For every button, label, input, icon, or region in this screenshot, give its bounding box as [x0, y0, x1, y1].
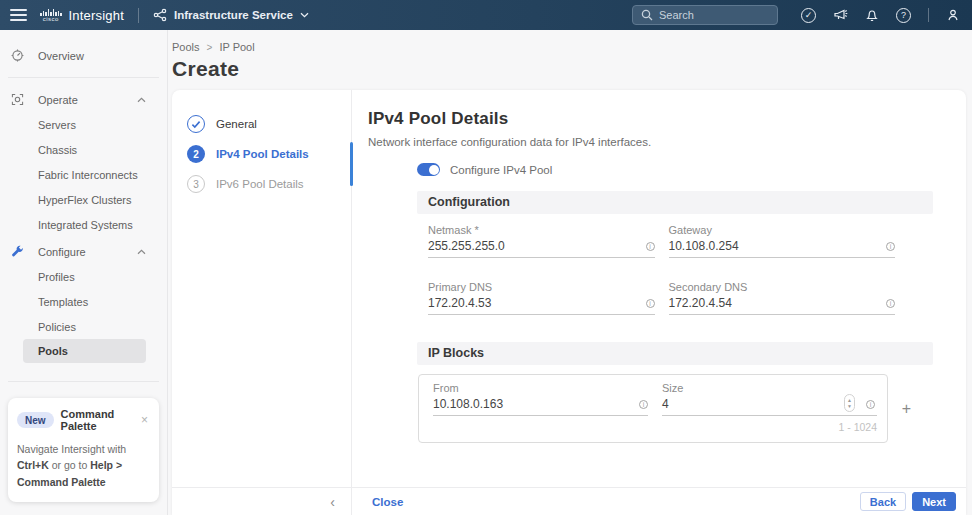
sidebar-section-label: Configure [28, 246, 137, 258]
content-area: Pools > IP Pool Create General 2 [168, 30, 972, 515]
step-ipv4-pool-details[interactable]: 2 IPv4 Pool Details [172, 139, 351, 169]
chevron-up-icon [137, 249, 146, 255]
sidebar-divider [8, 77, 159, 78]
page-title: Create [172, 57, 972, 81]
field-label: From [433, 382, 648, 394]
toggle-label: Configure IPv4 Pool [450, 164, 552, 176]
hamburger-menu-icon[interactable] [10, 9, 27, 21]
sidebar-item-templates[interactable]: Templates [0, 289, 167, 314]
from-field: From 10.108.0.163 i [433, 382, 648, 416]
configure-wrench-icon [0, 245, 28, 258]
megaphone-icon[interactable] [833, 8, 848, 22]
sidebar-item-integrated-systems[interactable]: Integrated Systems [0, 212, 167, 237]
step-ipv6-pool-details[interactable]: 3 IPv6 Pool Details [172, 169, 351, 199]
secondary-dns-field: Secondary DNS 172.20.4.54 i [669, 281, 896, 315]
search-input[interactable] [659, 9, 769, 21]
help-icon[interactable]: ? [896, 8, 911, 23]
sidebar-item-pools[interactable]: Pools [23, 339, 146, 363]
info-icon[interactable]: i [639, 396, 648, 410]
user-icon[interactable] [946, 8, 960, 22]
primary-dns-field: Primary DNS 172.20.4.53 i [428, 281, 655, 315]
cisco-logo-text: cisco [43, 16, 59, 22]
step-subheading: Network interface configuration data for… [368, 136, 966, 148]
ip-block-row: From 10.108.0.163 i Size 4 ▲▼ i 1 - 1024 [418, 374, 888, 443]
netmask-input[interactable]: 255.255.255.0 [428, 236, 655, 258]
wizard-steps-panel: General 2 IPv4 Pool Details 3 IPv6 Pool … [172, 90, 352, 487]
topbar-separator [138, 8, 139, 23]
sidebar-section-configure[interactable]: Configure [0, 239, 167, 264]
search-icon [641, 9, 653, 21]
breadcrumb-ip-pool[interactable]: IP Pool [219, 41, 254, 53]
toggle-knob [429, 165, 439, 175]
sidebar-section-label: Operate [28, 94, 137, 106]
info-icon[interactable]: i [886, 238, 895, 252]
from-input[interactable]: 10.108.0.163 [433, 394, 648, 416]
service-switcher[interactable]: Infrastructure Service [153, 8, 309, 22]
ip-blocks-section-header: IP Blocks [417, 342, 933, 365]
close-icon[interactable]: × [139, 415, 150, 425]
sidebar-item-profiles[interactable]: Profiles [0, 264, 167, 289]
field-label: Gateway [669, 224, 896, 236]
chevron-down-icon [300, 12, 309, 18]
primary-dns-input[interactable]: 172.20.4.53 [428, 293, 655, 315]
add-ip-block-button[interactable]: + [900, 399, 913, 419]
sidebar: Overview Operate Servers Chassis Fabric … [0, 30, 168, 515]
new-badge: New [17, 412, 54, 428]
step-general[interactable]: General [172, 109, 351, 139]
sidebar-section-operate[interactable]: Operate [0, 87, 167, 112]
operate-gear-icon [0, 93, 28, 106]
info-icon[interactable]: i [866, 396, 875, 410]
step-label: General [216, 118, 257, 130]
brand: cisco Intersight [40, 9, 124, 22]
command-palette-text: Navigate Intersight with Ctrl+K or go to… [17, 441, 150, 490]
command-palette-card: New Command Palette × Navigate Intersigh… [8, 398, 159, 502]
overview-gauge-icon [0, 49, 28, 62]
collapse-steps-icon[interactable]: ‹ [330, 495, 335, 509]
breadcrumb-pools[interactable]: Pools [172, 41, 200, 53]
close-button[interactable]: Close [372, 496, 403, 508]
step-heading: IPv4 Pool Details [368, 109, 966, 129]
chevron-up-icon [137, 97, 146, 103]
sidebar-item-servers[interactable]: Servers [0, 112, 167, 137]
steps-scrollbar-thumb[interactable] [350, 142, 353, 186]
check-circle-icon[interactable]: ✓ [801, 8, 816, 23]
next-button[interactable]: Next [912, 492, 956, 511]
field-label: Primary DNS [428, 281, 655, 293]
sidebar-divider [8, 381, 159, 382]
topbar: cisco Intersight Infrastructure Service … [0, 0, 972, 30]
search-box[interactable] [632, 5, 778, 25]
netmask-field: Netmask * 255.255.255.0 i [428, 224, 655, 258]
field-label: Netmask * [428, 224, 655, 236]
wizard-card: General 2 IPv4 Pool Details 3 IPv6 Pool … [172, 90, 966, 515]
sidebar-item-fabric-interconnects[interactable]: Fabric Interconnects [0, 162, 167, 187]
breadcrumb: Pools > IP Pool [172, 41, 972, 53]
info-icon[interactable]: i [646, 238, 655, 252]
sidebar-item-label: Overview [28, 50, 167, 62]
info-icon[interactable]: i [646, 295, 655, 309]
secondary-dns-input[interactable]: 172.20.4.54 [669, 293, 896, 315]
bell-icon[interactable] [865, 8, 879, 22]
size-range-hint: 1 - 1024 [662, 421, 877, 433]
configure-ipv4-toggle[interactable] [417, 163, 440, 176]
size-stepper[interactable]: ▲▼ [844, 394, 855, 412]
command-palette-title: Command Palette [61, 408, 132, 432]
sidebar-item-policies[interactable]: Policies [0, 314, 167, 339]
topbar-icons-divider [928, 8, 929, 22]
gateway-field: Gateway 10.108.0.254 i [669, 224, 896, 258]
brand-name: Intersight [69, 9, 124, 22]
field-label: Size [662, 382, 877, 394]
service-label: Infrastructure Service [174, 9, 293, 21]
sidebar-item-overview[interactable]: Overview [0, 43, 167, 68]
back-button[interactable]: Back [860, 492, 906, 511]
step-content-pane: IPv4 Pool Details Network interface conf… [352, 90, 966, 487]
sidebar-item-chassis[interactable]: Chassis [0, 137, 167, 162]
configuration-section-header: Configuration [417, 191, 933, 214]
step-label: IPv6 Pool Details [216, 178, 304, 190]
network-nodes-icon [153, 8, 167, 22]
gateway-input[interactable]: 10.108.0.254 [669, 236, 896, 258]
field-label: Secondary DNS [669, 281, 896, 293]
sidebar-item-hyperflex-clusters[interactable]: HyperFlex Clusters [0, 187, 167, 212]
size-field: Size 4 ▲▼ i [662, 382, 877, 416]
cisco-logo-icon: cisco [40, 9, 62, 22]
info-icon[interactable]: i [886, 295, 895, 309]
